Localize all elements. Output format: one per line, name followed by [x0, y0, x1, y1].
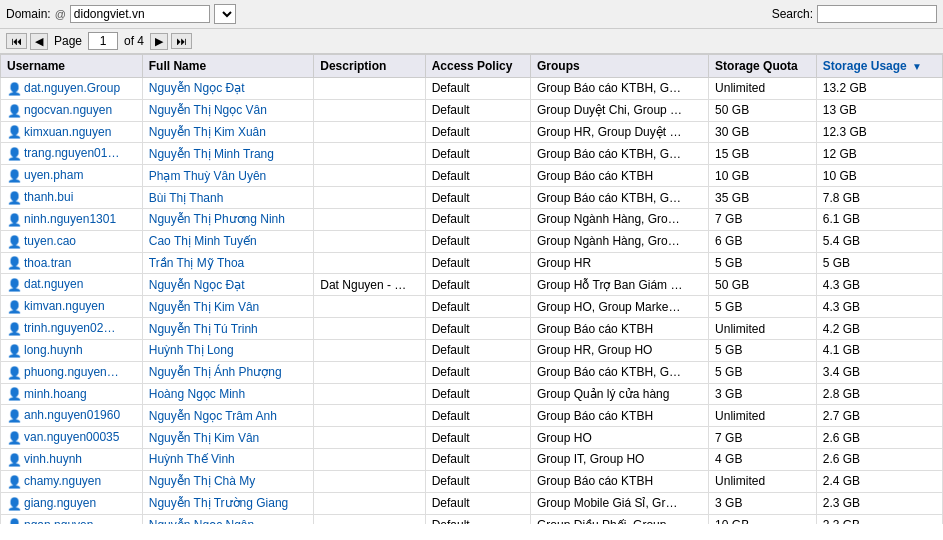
cell-access-policy: Default	[425, 230, 530, 252]
fullname-link[interactable]: Huỳnh Thị Long	[149, 343, 234, 357]
sort-desc-icon: ▼	[912, 61, 922, 72]
fullname-link[interactable]: Nguyễn Thị Phương Ninh	[149, 212, 285, 226]
fullname-link[interactable]: Nguyễn Thị Kim Vân	[149, 300, 260, 314]
fullname-link[interactable]: Nguyễn Ngọc Trâm Anh	[149, 409, 277, 423]
cell-storage-quota: 15 GB	[709, 143, 817, 165]
fullname-link[interactable]: Nguyễn Thị Ánh Phượng	[149, 365, 282, 379]
search-input[interactable]	[817, 5, 937, 23]
cell-description	[314, 165, 425, 187]
cell-description	[314, 514, 425, 524]
username-link[interactable]: chamy.nguyen	[24, 474, 101, 488]
username-link[interactable]: ninh.nguyen1301	[24, 212, 116, 226]
cell-description	[314, 121, 425, 143]
user-icon: 👤	[7, 387, 21, 401]
cell-username: 👤phuong.nguyen…	[1, 361, 143, 383]
username-link[interactable]: thoa.tran	[24, 256, 71, 270]
table-row: 👤vinh.huynhHuỳnh Thế VinhDefaultGroup IT…	[1, 449, 943, 471]
user-icon: 👤	[7, 147, 21, 161]
cell-username: 👤giang.nguyen	[1, 492, 143, 514]
search-label: Search:	[772, 7, 813, 21]
username-link[interactable]: ngocvan.nguyen	[24, 103, 112, 117]
username-link[interactable]: uyen.pham	[24, 168, 83, 182]
table-header: Username Full Name Description Access Po…	[1, 55, 943, 78]
cell-storage-quota: 4 GB	[709, 449, 817, 471]
username-link[interactable]: vinh.huynh	[24, 452, 82, 466]
cell-access-policy: Default	[425, 252, 530, 274]
fullname-link[interactable]: Phạm Thuỳ Vân Uyên	[149, 169, 267, 183]
cell-storage-usage: 4.3 GB	[816, 296, 942, 318]
table-row: 👤kimvan.nguyenNguyễn Thị Kim VânDefaultG…	[1, 296, 943, 318]
col-access-policy: Access Policy	[425, 55, 530, 78]
user-icon: 👤	[7, 409, 21, 423]
cell-storage-usage: 2.6 GB	[816, 427, 942, 449]
cell-description	[314, 143, 425, 165]
cell-description: Dat Nguyen - …	[314, 274, 425, 296]
cell-username: 👤vinh.huynh	[1, 449, 143, 471]
fullname-link[interactable]: Nguyễn Ngọc Đạt	[149, 278, 245, 292]
fullname-link[interactable]: Nguyễn Ngọc Ngân	[149, 518, 254, 524]
domain-input[interactable]	[70, 5, 210, 23]
fullname-link[interactable]: Cao Thị Minh Tuyến	[149, 234, 257, 248]
page-number-input[interactable]	[88, 32, 118, 50]
username-link[interactable]: giang.nguyen	[24, 496, 96, 510]
fullname-link[interactable]: Nguyễn Thị Kim Vân	[149, 431, 260, 445]
domain-label: Domain:	[6, 7, 51, 21]
username-link[interactable]: tuyen.cao	[24, 234, 76, 248]
next-page-button[interactable]: ▶	[150, 33, 168, 50]
username-link[interactable]: phuong.nguyen…	[24, 365, 119, 379]
table-row: 👤uyen.phamPhạm Thuỳ Vân UyênDefaultGroup…	[1, 165, 943, 187]
cell-storage-quota: 10 GB	[709, 165, 817, 187]
fullname-link[interactable]: Nguyễn Thị Trường Giang	[149, 496, 289, 510]
cell-storage-usage: 4.1 GB	[816, 339, 942, 361]
fullname-link[interactable]: Nguyễn Thị Chà My	[149, 474, 256, 488]
username-link[interactable]: ngan.nguyen	[24, 518, 93, 524]
username-link[interactable]: trinh.nguyen02…	[24, 321, 115, 335]
fullname-link[interactable]: Trần Thị Mỹ Thoa	[149, 256, 244, 270]
username-link[interactable]: long.huynh	[24, 343, 83, 357]
cell-fullname: Nguyễn Thị Kim Xuân	[142, 121, 314, 143]
cell-storage-usage: 2.7 GB	[816, 405, 942, 427]
username-link[interactable]: kimxuan.nguyen	[24, 125, 111, 139]
first-page-button[interactable]: ⏮	[6, 33, 27, 49]
table-row: 👤anh.nguyen01960Nguyễn Ngọc Trâm AnhDefa…	[1, 405, 943, 427]
table-row: 👤trinh.nguyen02…Nguyễn Thị Tú TrinhDefau…	[1, 318, 943, 340]
username-link[interactable]: dat.nguyen.Group	[24, 81, 120, 95]
fullname-link[interactable]: Nguyễn Thị Kim Xuân	[149, 125, 266, 139]
cell-description	[314, 492, 425, 514]
fullname-link[interactable]: Huỳnh Thế Vinh	[149, 452, 235, 466]
page-label: Page	[54, 34, 82, 48]
cell-access-policy: Default	[425, 187, 530, 209]
top-bar: Domain: @ ▼ Search:	[0, 0, 943, 29]
cell-access-policy: Default	[425, 143, 530, 165]
cell-description	[314, 470, 425, 492]
table-row: 👤ngan.nguyenNguyễn Ngọc NgânDefaultGroup…	[1, 514, 943, 524]
cell-fullname: Bùi Thị Thanh	[142, 187, 314, 209]
table-row: 👤ninh.nguyen1301Nguyễn Thị Phương NinhDe…	[1, 208, 943, 230]
username-link[interactable]: dat.nguyen	[24, 277, 83, 291]
table-row: 👤ngocvan.nguyenNguyễn Thị Ngọc VânDefaul…	[1, 99, 943, 121]
fullname-link[interactable]: Bùi Thị Thanh	[149, 191, 224, 205]
cell-groups: Group Báo cáo KTBH, G…	[531, 361, 709, 383]
cell-storage-usage: 2.3 GB	[816, 514, 942, 524]
username-link[interactable]: kimvan.nguyen	[24, 299, 105, 313]
fullname-link[interactable]: Nguyễn Thị Minh Trang	[149, 147, 274, 161]
domain-dropdown[interactable]: ▼	[214, 4, 236, 24]
last-page-button[interactable]: ⏭	[171, 33, 192, 49]
cell-access-policy: Default	[425, 449, 530, 471]
username-link[interactable]: anh.nguyen01960	[24, 408, 120, 422]
fullname-link[interactable]: Nguyễn Thị Ngọc Vân	[149, 103, 267, 117]
cell-description	[314, 339, 425, 361]
fullname-link[interactable]: Hoàng Ngọc Minh	[149, 387, 245, 401]
cell-fullname: Huỳnh Thế Vinh	[142, 449, 314, 471]
prev-page-button[interactable]: ◀	[30, 33, 48, 50]
username-link[interactable]: van.nguyen00035	[24, 430, 119, 444]
fullname-link[interactable]: Nguyễn Ngọc Đạt	[149, 81, 245, 95]
at-icon: @	[55, 8, 66, 20]
username-link[interactable]: minh.hoang	[24, 387, 87, 401]
cell-username: 👤thanh.bui	[1, 187, 143, 209]
username-link[interactable]: trang.nguyen01…	[24, 146, 119, 160]
col-storage-usage[interactable]: Storage Usage ▼	[816, 55, 942, 78]
cell-fullname: Nguyễn Thị Ngọc Vân	[142, 99, 314, 121]
username-link[interactable]: thanh.bui	[24, 190, 73, 204]
fullname-link[interactable]: Nguyễn Thị Tú Trinh	[149, 322, 258, 336]
